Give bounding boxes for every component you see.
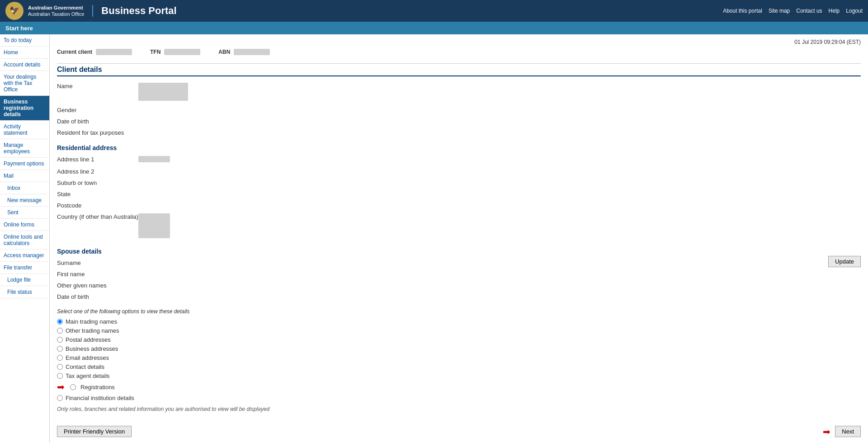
- tfn-item: TFN: [150, 49, 200, 55]
- sidebar-item-employees[interactable]: Manage employees: [0, 139, 49, 158]
- field-value-name: [138, 82, 861, 103]
- addr-label-country: Country (if other than Australia): [57, 212, 138, 240]
- spouse-value-dob: [138, 292, 861, 301]
- spouse-label-othernames: Other given names: [57, 281, 138, 290]
- sidebar-item-inbox[interactable]: Inbox: [0, 182, 49, 194]
- radio-main-trading[interactable]: [57, 319, 63, 325]
- timestamp: 01 Jul 2019 09:29:04 (EST): [57, 39, 861, 45]
- radio-contact[interactable]: [57, 364, 63, 370]
- name-blurred: [138, 83, 188, 101]
- abn-label: ABN: [218, 49, 230, 55]
- sidebar: To do today Home Account details Your de…: [0, 34, 50, 443]
- option-contact[interactable]: Contact details: [57, 363, 861, 370]
- radio-registrations[interactable]: [70, 384, 76, 390]
- field-label-gender: Gender: [57, 106, 138, 114]
- abn-value: [234, 49, 270, 55]
- sidebar-item-mail[interactable]: Mail: [0, 170, 49, 182]
- header: 🦅 Australian Government Australian Taxat…: [0, 0, 868, 22]
- sidebar-item-business-reg[interactable]: Business registration details: [0, 96, 49, 121]
- addr-value-suburb: [138, 179, 861, 187]
- spouse-value-surname: [138, 259, 861, 267]
- sidebar-item-online-tools[interactable]: Online tools and calculators: [0, 231, 49, 250]
- option-postal[interactable]: Postal addresses: [57, 336, 861, 343]
- radio-label-contact: Contact details: [66, 363, 104, 370]
- addr-label-state: State: [57, 190, 138, 198]
- sidebar-item-online-forms[interactable]: Online forms: [0, 219, 49, 231]
- addr-country-blurred: [138, 213, 170, 238]
- sidebar-item-activity[interactable]: Activity statement: [0, 121, 49, 139]
- sidebar-item-lodge-file[interactable]: Lodge file: [0, 274, 49, 286]
- sidebar-item-home[interactable]: Home: [0, 47, 49, 59]
- tfn-value: [164, 49, 200, 55]
- radio-financial[interactable]: [57, 395, 63, 401]
- residential-address-grid: Address line 1 Address line 2 Suburb or …: [57, 155, 861, 240]
- radio-postal[interactable]: [57, 337, 63, 343]
- addr-value-1: [138, 155, 861, 165]
- option-main-trading[interactable]: Main trading names: [57, 318, 861, 325]
- addr-label-postcode: Postcode: [57, 201, 138, 210]
- sidebar-item-file-status[interactable]: File status: [0, 286, 49, 298]
- page-title: Client details: [57, 66, 861, 76]
- option-other-trading[interactable]: Other trading names: [57, 327, 861, 334]
- spouse-details-grid: Surname First name Other given names Dat…: [57, 259, 861, 301]
- start-here-link[interactable]: Start here: [5, 25, 33, 32]
- about-link[interactable]: About this portal: [723, 8, 762, 14]
- agency-name: Australian Government Australian Taxatio…: [28, 5, 84, 18]
- radio-label-postal: Postal addresses: [66, 336, 111, 343]
- field-label-dob: Date of birth: [57, 117, 138, 126]
- logo-area: 🦅 Australian Government Australian Taxat…: [5, 2, 84, 20]
- current-client-value: [96, 49, 132, 55]
- top-bar: Start here: [0, 22, 868, 34]
- sidebar-item-new-message[interactable]: New message: [0, 194, 49, 207]
- contact-link[interactable]: Contact us: [796, 8, 822, 14]
- sitemap-link[interactable]: Site map: [769, 8, 790, 14]
- sidebar-item-payment[interactable]: Payment options: [0, 158, 49, 170]
- current-client-item: Current client: [57, 49, 132, 55]
- printer-friendly-button[interactable]: Printer Friendly Version: [57, 426, 132, 437]
- next-arrow-icon: ➡: [823, 426, 830, 437]
- radio-other-trading[interactable]: [57, 328, 63, 334]
- radio-label-business: Business addresses: [66, 345, 118, 352]
- spouse-label-firstname: First name: [57, 270, 138, 278]
- client-bar: Current client TFN ABN: [57, 49, 861, 58]
- option-tax-agent[interactable]: Tax agent details: [57, 372, 861, 379]
- field-label-name: Name: [57, 82, 138, 103]
- option-financial[interactable]: Financial institution details: [57, 395, 861, 401]
- next-button[interactable]: Next: [835, 426, 861, 437]
- addr-label-1: Address line 1: [57, 155, 138, 165]
- option-email[interactable]: Email addresses: [57, 354, 861, 361]
- sidebar-item-dealings[interactable]: Your dealings with the Tax Office: [0, 71, 49, 96]
- crest-icon: 🦅: [5, 2, 24, 20]
- spouse-section-title: Spouse details: [57, 248, 861, 255]
- spouse-label-dob: Date of birth: [57, 292, 138, 301]
- radio-label-main-trading: Main trading names: [66, 318, 117, 325]
- radio-label-email: Email addresses: [66, 354, 109, 361]
- option-business[interactable]: Business addresses: [57, 345, 861, 352]
- field-label-resident: Resident for tax purposes: [57, 128, 138, 137]
- options-section: Select one of the following options to v…: [57, 308, 861, 401]
- addr-label-suburb: Suburb or town: [57, 179, 138, 187]
- sidebar-item-file-transfer[interactable]: File transfer: [0, 262, 49, 274]
- addr-value-country: [138, 212, 861, 240]
- radio-label-financial: Financial institution details: [66, 395, 134, 401]
- spouse-value-othernames: [138, 281, 861, 290]
- spouse-value-firstname: [138, 270, 861, 278]
- radio-email[interactable]: [57, 355, 63, 361]
- radio-tax-agent[interactable]: [57, 373, 63, 379]
- option-registrations[interactable]: ➡ Registrations: [57, 382, 861, 392]
- sidebar-item-sent[interactable]: Sent: [0, 207, 49, 219]
- help-link[interactable]: Help: [829, 8, 840, 14]
- radio-business[interactable]: [57, 346, 63, 352]
- logout-link[interactable]: Logout: [846, 8, 863, 14]
- field-value-dob: [138, 117, 861, 126]
- bottom-bar: Printer Friendly Version ➡ Next: [57, 421, 861, 442]
- sidebar-item-access-manager[interactable]: Access manager: [0, 250, 49, 262]
- spouse-label-surname: Surname: [57, 259, 138, 267]
- update-button[interactable]: Update: [828, 256, 861, 267]
- radio-label-registrations: Registrations: [80, 384, 115, 391]
- sidebar-item-account[interactable]: Account details: [0, 59, 49, 71]
- sidebar-item-todo[interactable]: To do today: [0, 34, 49, 47]
- abn-item: ABN: [218, 49, 270, 55]
- client-details-grid: Name Gender Date of birth Resident for t…: [57, 82, 861, 137]
- tfn-label: TFN: [150, 49, 160, 55]
